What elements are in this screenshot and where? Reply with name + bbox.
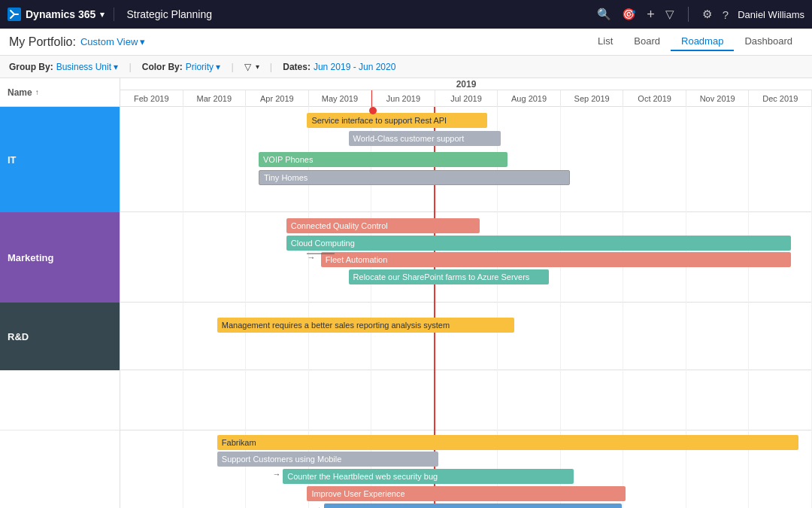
month-dec: Dec 2019 [749,90,812,107]
month-aug: Aug 2019 [498,90,561,107]
sort-icon[interactable]: ↑ [35,88,39,96]
month-jun: Jun 2019 [371,90,435,107]
month-apr: Apr 2019 [246,90,309,107]
tab-roadmap[interactable]: Roadmap [671,32,734,51]
month-mar: Mar 2019 [183,90,247,107]
bar-heartbleed[interactable]: Counter the Heartbleed web security bug [283,469,573,484]
group-it[interactable]: IT [0,107,120,212]
bar-fleet-automation[interactable]: Fleet Automation [321,252,792,267]
bar-support-mobile[interactable]: Support Customers using Mobile [217,452,438,467]
sidebar-groups: IT Marketing R&D [0,107,120,508]
top-navigation: Dynamics 365 ▾ Strategic Planning 🔍 🎯 + … [0,0,812,29]
user-name[interactable]: Daniel Williams [738,9,804,20]
bar-tiny-homes[interactable]: Tiny Homes [259,170,570,185]
app-chevron: ▾ [100,10,105,20]
color-by-chevron: ▾ [216,62,220,72]
color-by-filter: Color By: Priority ▾ [142,62,221,72]
nav-icons: 🔍 🎯 + ▽ ⚙ ? [597,7,729,23]
month-sep: Sep 2019 [561,90,624,107]
tab-list[interactable]: List [587,32,623,51]
main-content: Name ↑ IT Marketing R&D 2019 Feb 2019 Ma… [0,78,812,508]
bar-voip[interactable]: VOIP Phones [259,152,508,167]
bar-fabrikam[interactable]: Fabrikam [217,435,798,450]
portfolio-view[interactable]: Custom View ▾ [80,36,145,47]
group-by-label: Group By: [9,62,53,72]
filter-icon[interactable]: ▽ [665,8,674,21]
gantt-year: 2019 [456,79,477,90]
gantt-header: 2019 Feb 2019 Mar 2019 Apr 2019 May 2019… [120,78,812,107]
tab-dashboard[interactable]: Dashboard [734,32,803,51]
bar-sharepoint[interactable]: Relocate our SharePoint farms to Azure S… [349,269,550,284]
bar-quality-control[interactable]: Connected Quality Control [286,218,480,233]
help-icon[interactable]: ? [723,8,729,21]
filter-funnel-icon: ▽ [244,62,251,72]
color-by-value[interactable]: Priority ▾ [186,62,221,72]
gantt-rows-container: Service interface to support Rest API Wo… [120,107,812,508]
month-oct: Oct 2019 [623,90,686,107]
name-column-header: Name [8,87,32,98]
settings-icon[interactable]: ⚙ [702,8,712,21]
portfolio-bar: My Portfolio: Custom View ▾ List Board R… [0,29,812,56]
gantt-months-row: Feb 2019 Mar 2019 Apr 2019 May 2019 Jun … [120,90,812,107]
bar-cloud-computing[interactable]: Cloud Computing [286,236,792,251]
group-empty [0,370,120,430]
dynamics-logo[interactable]: Dynamics 365 ▾ [8,8,114,21]
bar-hybrid-production[interactable]: Hybrid production lines [324,503,622,508]
nav-separator [688,7,689,22]
gantt-section-it: Service interface to support Rest API Wo… [120,107,812,212]
gantt-section-blank [120,370,812,430]
gantt-section-rd: Management requires a better sales repor… [120,303,812,370]
gantt-section-marketing: Connected Quality Control Cloud Computin… [120,212,812,303]
gantt-area: 2019 Feb 2019 Mar 2019 Apr 2019 May 2019… [120,78,812,508]
month-may: May 2019 [309,90,372,107]
search-icon[interactable]: 🔍 [597,8,611,21]
month-jul: Jul 2019 [435,90,498,107]
fleet-arrow-icon: → [307,253,315,262]
gantt-year-row: 2019 [120,78,812,90]
month-nov: Nov 2019 [686,90,750,107]
filter-settings-icon: ▾ [256,62,259,71]
group-by-value[interactable]: Business Unit ▾ [56,62,119,72]
sidebar: Name ↑ IT Marketing R&D [0,78,120,508]
group-by-chevron: ▾ [114,62,118,72]
filter-bar: Group By: Business Unit ▾ | Color By: Pr… [0,56,812,78]
bar-rest-api[interactable]: Service interface to support Rest API [307,113,486,128]
color-by-label: Color By: [142,62,183,72]
group-fabrikam-area [0,430,120,508]
hybrid-arrow-icon: → [314,503,323,508]
gantt-body: Service interface to support Rest API Wo… [120,107,812,508]
portfolio-view-chevron: ▾ [140,36,145,47]
tab-board[interactable]: Board [623,32,671,51]
add-icon[interactable]: + [647,7,655,23]
section-name: Strategic Planning [114,8,224,20]
dates-filter: Dates: Jun 2019 - Jun 2020 [283,62,395,72]
target-icon[interactable]: 🎯 [622,8,636,21]
bar-improve-ux[interactable]: Improve User Experience [307,486,625,501]
heartbleed-arrow-icon: → [272,470,280,479]
bar-mgmt-reporting[interactable]: Management requires a better sales repor… [217,318,515,333]
filter-icon-item[interactable]: ▽ ▾ [244,62,259,72]
group-marketing[interactable]: Marketing [0,212,120,303]
app-name: Dynamics 365 [26,8,95,20]
group-by-filter: Group By: Business Unit ▾ [9,62,118,72]
dates-value[interactable]: Jun 2019 - Jun 2020 [314,62,395,72]
gantt-section-fabrikam: Fabrikam Support Customers using Mobile … [120,430,812,508]
sidebar-header: Name ↑ [0,78,120,107]
portfolio-prefix: My Portfolio: [9,35,76,49]
today-pin [369,107,377,114]
group-rd[interactable]: R&D [0,303,120,370]
month-feb: Feb 2019 [120,90,183,107]
dates-label: Dates: [283,62,311,72]
portfolio-tabs: List Board Roadmap Dashboard [587,32,803,51]
bar-customer-support[interactable]: World-Class customer support [349,131,501,146]
